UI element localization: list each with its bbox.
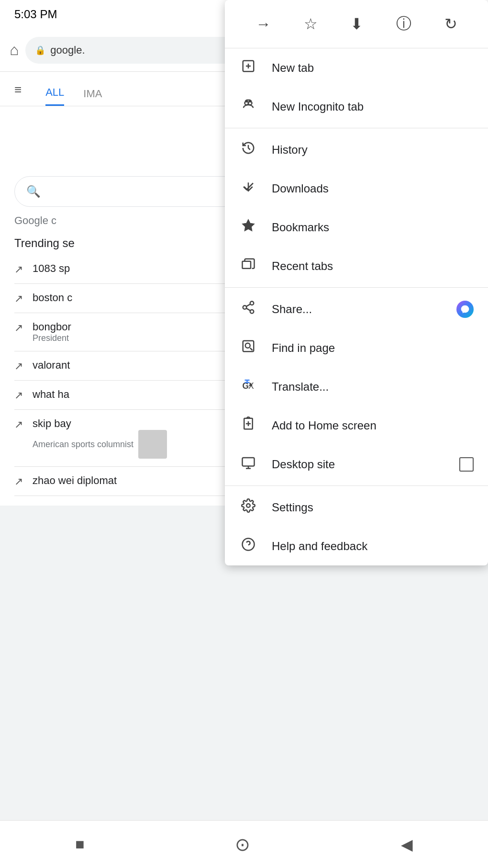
- downloads-icon: [239, 180, 257, 197]
- menu-item-downloads[interactable]: Downloads: [225, 169, 488, 208]
- trend-icon: ↗: [14, 360, 23, 372]
- bookmarks-icon: [239, 218, 257, 236]
- info-button[interactable]: ⓘ: [392, 10, 415, 38]
- incognito-icon: [239, 98, 257, 115]
- tab-all[interactable]: ALL: [45, 86, 64, 106]
- lock-icon: 🔒: [35, 45, 45, 56]
- bookmarks-label: Bookmarks: [272, 221, 474, 234]
- svg-point-11: [243, 305, 247, 309]
- recent-tabs-icon: [239, 257, 257, 275]
- trend-icon: ↗: [14, 293, 23, 305]
- url-text: google.: [50, 44, 85, 56]
- downloads-label: Downloads: [272, 182, 474, 195]
- download-button[interactable]: ⬇: [346, 11, 367, 37]
- trend-icon: ↗: [14, 475, 23, 488]
- svg-line-13: [246, 308, 251, 311]
- search-icon: 🔍: [26, 185, 41, 198]
- translate-icon: G X: [239, 378, 257, 395]
- new-tab-label: New tab: [272, 61, 474, 75]
- divider-1: [225, 128, 488, 128]
- find-label: Find in page: [272, 341, 474, 355]
- dropdown-toolbar: → ☆ ⬇ ⓘ ↻: [225, 0, 488, 48]
- find-icon: [239, 339, 257, 357]
- settings-icon: [239, 498, 257, 516]
- settings-label: Settings: [272, 501, 474, 514]
- nav-square-button[interactable]: ■: [75, 835, 84, 853]
- trend-icon: ↗: [14, 418, 23, 431]
- svg-point-12: [250, 310, 254, 314]
- messenger-icon: [456, 301, 474, 318]
- recent-tabs-label: Recent tabs: [272, 259, 474, 273]
- divider-3: [225, 485, 488, 486]
- incognito-label: New Incognito tab: [272, 100, 474, 113]
- trend-icon: ↗: [14, 322, 23, 334]
- svg-rect-9: [243, 261, 251, 269]
- svg-point-16: [245, 343, 250, 348]
- menu-item-settings[interactable]: Settings: [225, 488, 488, 527]
- trend-icon: ↗: [14, 263, 23, 276]
- menu-item-find[interactable]: Find in page: [225, 328, 488, 367]
- hamburger-icon[interactable]: ≡: [14, 82, 22, 97]
- svg-line-14: [246, 304, 251, 306]
- menu-item-new-tab[interactable]: New tab: [225, 48, 488, 87]
- bottom-nav: ■ ⊙ ◀: [0, 820, 488, 868]
- status-time: 5:03 PM: [14, 8, 57, 21]
- svg-rect-23: [243, 458, 255, 466]
- nav-circle-button[interactable]: ⊙: [235, 834, 250, 855]
- menu-item-incognito[interactable]: New Incognito tab: [225, 87, 488, 126]
- nav-back-button[interactable]: ◀: [401, 835, 413, 854]
- menu-item-history[interactable]: History: [225, 130, 488, 169]
- home-icon[interactable]: ⌂: [10, 41, 19, 59]
- divider-2: [225, 287, 488, 288]
- menu-item-help[interactable]: Help and feedback: [225, 527, 488, 565]
- new-tab-icon: [239, 59, 257, 77]
- history-label: History: [272, 143, 474, 157]
- tab-images[interactable]: IMA: [83, 88, 102, 106]
- menu-item-translate[interactable]: G X Translate...: [225, 367, 488, 406]
- svg-marker-8: [243, 220, 255, 231]
- menu-item-share[interactable]: Share...: [225, 290, 488, 328]
- menu-item-recent-tabs[interactable]: Recent tabs: [225, 247, 488, 285]
- menu-item-desktop-site[interactable]: Desktop site: [225, 445, 488, 484]
- reload-button[interactable]: ↻: [441, 11, 461, 37]
- help-label: Help and feedback: [272, 540, 474, 553]
- add-home-icon: [239, 417, 257, 434]
- svg-rect-6: [250, 101, 251, 102]
- svg-line-17: [250, 348, 253, 350]
- desktop-site-checkbox[interactable]: [459, 457, 474, 472]
- history-icon: [239, 141, 257, 158]
- forward-button[interactable]: →: [252, 11, 275, 37]
- menu-item-add-home[interactable]: Add to Home screen: [225, 406, 488, 445]
- share-icon: [239, 300, 257, 318]
- help-icon: [239, 537, 257, 555]
- desktop-site-label: Desktop site: [272, 458, 445, 471]
- svg-point-26: [246, 504, 250, 507]
- translate-label: Translate...: [272, 380, 474, 394]
- add-home-label: Add to Home screen: [272, 419, 474, 432]
- dropdown-menu: → ☆ ⬇ ⓘ ↻ New tab New Incog: [225, 0, 488, 565]
- svg-rect-5: [246, 101, 247, 102]
- desktop-icon: [239, 455, 257, 473]
- menu-item-bookmarks[interactable]: Bookmarks: [225, 208, 488, 247]
- svg-point-10: [250, 302, 254, 305]
- share-label: Share...: [272, 303, 442, 316]
- bookmark-button[interactable]: ☆: [300, 11, 322, 37]
- trend-icon: ↗: [14, 389, 23, 402]
